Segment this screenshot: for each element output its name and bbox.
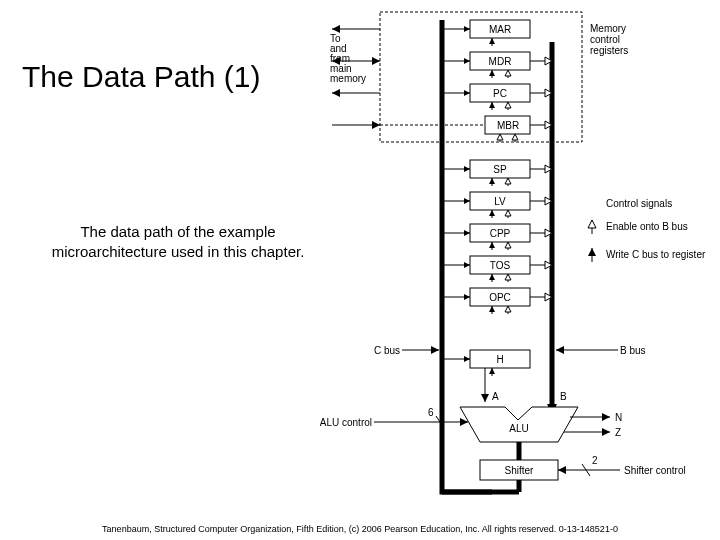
alu-control-label: ALU control — [320, 417, 372, 428]
register-h: H — [470, 350, 530, 368]
register-sp: SP — [470, 160, 530, 178]
svg-marker-86 — [489, 306, 495, 312]
svg-marker-72 — [505, 178, 511, 184]
svg-marker-66 — [497, 134, 503, 140]
shifter-control-label: Shifter control — [624, 465, 686, 476]
svg-marker-99 — [372, 121, 380, 129]
svg-text:A: A — [492, 391, 499, 402]
svg-marker-74 — [489, 210, 495, 216]
svg-marker-92 — [332, 25, 340, 33]
svg-marker-32 — [464, 230, 470, 236]
register-opc: OPC — [470, 288, 530, 306]
svg-marker-97 — [332, 89, 340, 97]
b-bus-enable-arrows — [530, 57, 552, 301]
svg-text:H: H — [496, 354, 503, 365]
svg-marker-30 — [464, 198, 470, 204]
svg-marker-56 — [489, 38, 495, 44]
svg-text:B: B — [560, 391, 567, 402]
svg-text:Z: Z — [615, 427, 621, 438]
svg-marker-28 — [464, 166, 470, 172]
svg-text:PC: PC — [493, 88, 507, 99]
svg-marker-88 — [505, 306, 511, 312]
svg-marker-90 — [489, 368, 495, 374]
svg-marker-95 — [372, 57, 380, 65]
svg-text:SP: SP — [493, 164, 507, 175]
svg-text:N: N — [615, 412, 622, 423]
main-memory-label: Toandfrommainmemory — [330, 33, 366, 84]
svg-marker-62 — [489, 102, 495, 108]
svg-marker-117 — [602, 428, 610, 436]
svg-marker-129 — [431, 346, 439, 354]
svg-marker-78 — [489, 242, 495, 248]
svg-marker-36 — [464, 294, 470, 300]
svg-marker-80 — [505, 242, 511, 248]
datapath-diagram: MAR MDR PC MBR SP LV CPP TOS OPC H — [320, 2, 720, 522]
c-bus-write-arrows — [442, 26, 470, 362]
svg-marker-58 — [489, 70, 495, 76]
register-mar: MAR — [470, 20, 530, 38]
svg-text:ALU: ALU — [509, 423, 528, 434]
svg-marker-84 — [505, 274, 511, 280]
svg-text:LV: LV — [494, 196, 506, 207]
svg-text:MBR: MBR — [497, 120, 519, 131]
svg-marker-26 — [464, 90, 470, 96]
svg-marker-24 — [464, 58, 470, 64]
svg-marker-76 — [505, 210, 511, 216]
register-pc: PC — [470, 84, 530, 102]
memory-registers-label: Memorycontrolregisters — [590, 23, 628, 56]
svg-text:TOS: TOS — [490, 260, 511, 271]
svg-marker-82 — [489, 274, 495, 280]
svg-text:6: 6 — [428, 407, 434, 418]
svg-marker-68 — [512, 134, 518, 140]
svg-marker-64 — [505, 102, 511, 108]
svg-marker-131 — [556, 346, 564, 354]
svg-text:MDR: MDR — [489, 56, 512, 67]
svg-text:MAR: MAR — [489, 24, 511, 35]
svg-marker-104 — [481, 394, 489, 402]
footer-citation: Tanenbaum, Structured Computer Organizat… — [0, 524, 720, 534]
svg-marker-60 — [505, 70, 511, 76]
register-lv: LV — [470, 192, 530, 210]
svg-text:Write C bus to register: Write C bus to register — [606, 249, 706, 260]
svg-marker-70 — [489, 178, 495, 184]
svg-text:2: 2 — [592, 455, 598, 466]
slide-caption: The data path of the example microarchit… — [48, 222, 308, 263]
register-cpp: CPP — [470, 224, 530, 242]
svg-marker-133 — [588, 220, 596, 228]
svg-marker-136 — [588, 248, 596, 256]
svg-marker-123 — [558, 466, 566, 474]
control-signals-label: Control signals — [606, 198, 672, 209]
svg-text:Shifter: Shifter — [505, 465, 535, 476]
register-mdr: MDR — [470, 52, 530, 70]
svg-text:OPC: OPC — [489, 292, 511, 303]
svg-text:Enable onto B bus: Enable onto B bus — [606, 221, 688, 232]
register-tos: TOS — [470, 256, 530, 274]
svg-text:CPP: CPP — [490, 228, 511, 239]
svg-marker-34 — [464, 262, 470, 268]
legend-enable-b: Enable onto B bus — [588, 220, 688, 234]
svg-marker-115 — [602, 413, 610, 421]
legend-write-c: Write C bus to register — [588, 248, 706, 262]
b-bus-label: B bus — [620, 345, 646, 356]
svg-marker-38 — [464, 356, 470, 362]
c-bus-label: C bus — [374, 345, 400, 356]
register-mbr: MBR — [485, 116, 530, 134]
slide-title: The Data Path (1) — [22, 60, 260, 94]
